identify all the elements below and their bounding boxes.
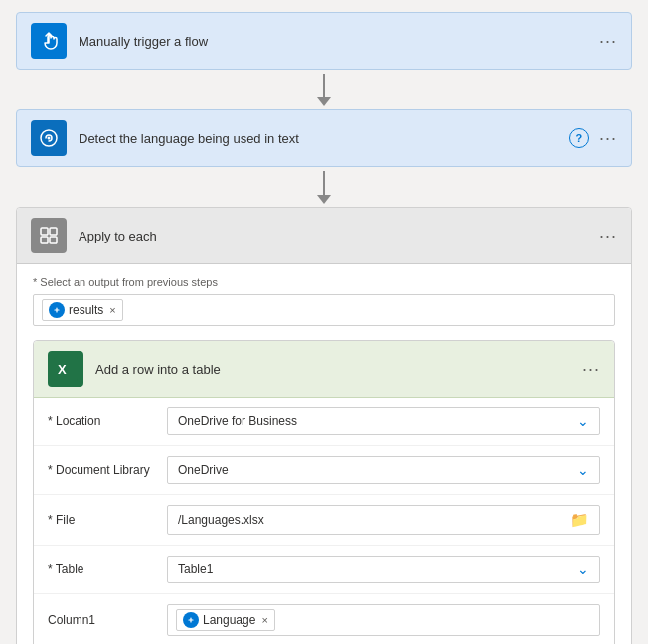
file-browse-icon: 📁 bbox=[570, 511, 589, 529]
location-field: OneDrive for Business ⌄ bbox=[167, 407, 600, 435]
detect-icon bbox=[31, 120, 67, 156]
column1-row: Column1 Lan bbox=[34, 594, 614, 644]
table-dropdown[interactable]: Table1 ⌄ bbox=[167, 556, 600, 583]
select-output-label: * Select an output from previous steps bbox=[33, 276, 615, 288]
arrow-line-2 bbox=[323, 171, 325, 195]
table-value: Table1 bbox=[178, 563, 213, 576]
trigger-card: Manually trigger a flow ··· bbox=[16, 12, 632, 70]
file-row: * File /Languages.xlsx 📁 bbox=[34, 495, 614, 546]
location-row: * Location OneDrive for Business ⌄ bbox=[34, 398, 614, 446]
output-tag-input[interactable]: results × bbox=[33, 294, 615, 326]
apply-each-dots-menu[interactable]: ··· bbox=[599, 226, 617, 246]
doc-library-value: OneDrive bbox=[178, 463, 229, 477]
doc-library-label: * Document Library bbox=[48, 463, 167, 477]
detect-dots-menu[interactable]: ··· bbox=[599, 128, 617, 149]
svg-rect-3 bbox=[50, 228, 57, 235]
file-field-container: /Languages.xlsx 📁 bbox=[167, 505, 600, 535]
trigger-dots-menu[interactable]: ··· bbox=[599, 31, 617, 52]
language-tag: Language × bbox=[176, 609, 275, 631]
location-value: OneDrive for Business bbox=[178, 414, 297, 428]
location-label: * Location bbox=[48, 414, 167, 428]
svg-text:X: X bbox=[58, 362, 67, 377]
location-dropdown[interactable]: OneDrive for Business ⌄ bbox=[167, 407, 600, 435]
apply-each-body: * Select an output from previous steps r… bbox=[17, 264, 631, 644]
add-row-actions: ··· bbox=[582, 359, 600, 380]
file-label: * File bbox=[48, 513, 167, 527]
add-row-card: X Add a row into a table ··· * Location bbox=[33, 340, 615, 644]
svg-rect-2 bbox=[41, 228, 48, 235]
trigger-actions: ··· bbox=[599, 31, 617, 52]
apply-each-icon bbox=[31, 218, 67, 253]
arrow-head-1 bbox=[317, 97, 331, 106]
add-row-header: X Add a row into a table ··· bbox=[34, 341, 614, 398]
doc-library-chevron: ⌄ bbox=[577, 462, 589, 478]
loop-icon bbox=[38, 225, 60, 246]
location-chevron: ⌄ bbox=[577, 413, 589, 429]
hand-icon bbox=[38, 30, 60, 52]
column1-label: Column1 bbox=[48, 613, 167, 627]
table-chevron: ⌄ bbox=[577, 562, 589, 577]
brain-icon bbox=[38, 127, 60, 149]
detect-help-button[interactable]: ? bbox=[569, 128, 589, 148]
arrow-2 bbox=[317, 167, 331, 207]
add-row-body: * Location OneDrive for Business ⌄ * Doc… bbox=[34, 398, 614, 644]
arrow-line-1 bbox=[323, 74, 325, 97]
table-label: * Table bbox=[48, 563, 167, 576]
add-row-title: Add a row into a table bbox=[95, 362, 582, 377]
arrow-head-2 bbox=[317, 195, 331, 204]
language-tag-close[interactable]: × bbox=[261, 614, 267, 626]
excel-icon: X bbox=[48, 351, 83, 387]
detect-card: Detect the language being used in text ?… bbox=[16, 109, 632, 167]
doc-library-field: OneDrive ⌄ bbox=[167, 456, 600, 484]
language-tag-icon bbox=[183, 612, 199, 628]
detect-actions: ? ··· bbox=[569, 128, 617, 149]
apply-each-title: Apply to each bbox=[79, 229, 599, 243]
svg-point-1 bbox=[48, 137, 51, 140]
column1-tag-field[interactable]: Language × bbox=[167, 604, 600, 636]
add-row-dots-menu[interactable]: ··· bbox=[582, 359, 600, 380]
table-row: * Table Table1 ⌄ bbox=[34, 546, 614, 594]
trigger-title: Manually trigger a flow bbox=[79, 34, 599, 49]
trigger-icon bbox=[31, 23, 67, 59]
doc-library-dropdown[interactable]: OneDrive ⌄ bbox=[167, 456, 600, 484]
svg-rect-5 bbox=[50, 237, 57, 243]
results-tag-icon bbox=[49, 302, 65, 318]
table-field: Table1 ⌄ bbox=[167, 556, 600, 583]
apply-each-actions: ··· bbox=[599, 226, 617, 246]
results-tag: results × bbox=[42, 299, 123, 321]
file-value: /Languages.xlsx bbox=[178, 513, 264, 527]
results-tag-close[interactable]: × bbox=[109, 304, 115, 316]
apply-each-header: Apply to each ··· bbox=[17, 208, 631, 264]
file-field[interactable]: /Languages.xlsx 📁 bbox=[167, 505, 600, 535]
results-tag-label: results bbox=[69, 303, 103, 317]
apply-each-container: Apply to each ··· * Select an output fro… bbox=[16, 207, 632, 644]
column1-field: Language × bbox=[167, 604, 600, 636]
language-tag-label: Language bbox=[203, 613, 255, 627]
svg-rect-4 bbox=[41, 237, 48, 243]
detect-title: Detect the language being used in text bbox=[79, 131, 569, 146]
doc-library-row: * Document Library OneDrive ⌄ bbox=[34, 446, 614, 495]
arrow-1 bbox=[317, 70, 331, 109]
